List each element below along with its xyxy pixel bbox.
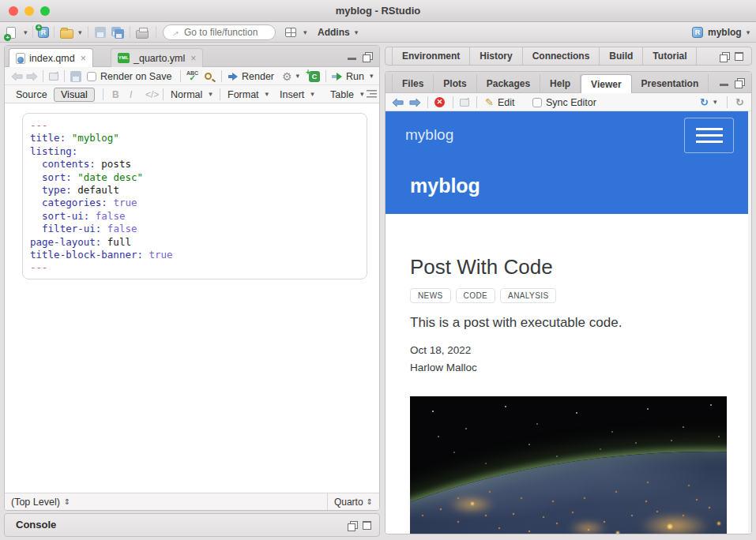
run-label: Run: [346, 71, 364, 82]
save-document-button[interactable]: [70, 69, 81, 83]
project-menu[interactable]: R myblog ▾: [692, 25, 750, 39]
goto-file-function-input[interactable]: [184, 27, 267, 38]
find-replace-button[interactable]: [205, 69, 212, 83]
format-menu[interactable]: Format▾: [228, 88, 269, 101]
back-button[interactable]: [11, 69, 23, 83]
new-file-menu-caret[interactable]: ▾: [24, 25, 28, 39]
city-lights-decoration: [410, 396, 412, 398]
open-recent-caret[interactable]: ▾: [78, 25, 82, 39]
tab-environment[interactable]: Environment: [392, 47, 470, 65]
tab-quarto-yml[interactable]: YML _quarto.yml ×: [111, 48, 203, 67]
minimize-pane-icon[interactable]: [348, 58, 356, 60]
navbar-brand[interactable]: myblog: [405, 126, 453, 144]
yaml-code-block[interactable]: ---title: "myblog"listing: contents: pos…: [22, 113, 367, 279]
insert-chunk-button[interactable]: C: [309, 69, 320, 83]
viewer-back-button[interactable]: [392, 96, 404, 109]
save-all-button[interactable]: [111, 25, 124, 39]
render-label: Render: [242, 71, 274, 82]
code-line: page-layout: full: [30, 236, 367, 249]
code-line: title: "myblog": [30, 132, 367, 144]
popout-icon: [49, 73, 58, 81]
render-button[interactable]: Render: [228, 69, 274, 83]
tab-viewer[interactable]: Viewer: [581, 74, 631, 93]
tab-build[interactable]: Build: [600, 47, 643, 65]
print-button[interactable]: [136, 25, 149, 39]
viewer-edit-button[interactable]: ✎ Edit: [485, 96, 514, 109]
open-in-new-window-button[interactable]: [49, 69, 58, 83]
tab-presentation[interactable]: Presentation: [632, 74, 709, 93]
code-button[interactable]: </>: [145, 88, 159, 101]
post-image-earth-night[interactable]: [410, 396, 727, 534]
code-line: categories: true: [30, 197, 367, 209]
category-badge[interactable]: CODE: [456, 288, 496, 303]
blog-banner: myblog myblog: [386, 111, 748, 214]
save-icon: [70, 71, 81, 82]
tab-plots[interactable]: Plots: [434, 74, 476, 93]
run-button[interactable]: Run ▾: [332, 69, 373, 83]
maximize-pane-icon[interactable]: [735, 52, 743, 61]
restore-pane-icon[interactable]: [348, 521, 356, 530]
navbar-toggle-button[interactable]: [684, 118, 734, 153]
goto-file-function-box[interactable]: →: [163, 24, 276, 40]
post-title[interactable]: Post With Code: [410, 255, 553, 279]
viewer-refresh-button[interactable]: ↻: [735, 96, 744, 109]
window-title: myblog - RStudio: [0, 0, 756, 22]
forward-button[interactable]: [26, 69, 38, 83]
render-on-save-checkbox[interactable]: [87, 69, 96, 83]
open-file-button[interactable]: [60, 25, 73, 39]
restore-pane-icon[interactable]: [735, 78, 743, 87]
console-title: Console: [16, 519, 56, 531]
doc-type-selector[interactable]: Quarto⇕: [327, 493, 379, 510]
tab-history[interactable]: History: [470, 47, 522, 65]
search-icon: [205, 73, 212, 80]
paragraph-style-dropdown[interactable]: Normal▾: [171, 88, 213, 101]
tab-index-qmd[interactable]: index.qmd ×: [9, 48, 93, 68]
minimize-pane-icon[interactable]: [720, 84, 728, 86]
category-badge[interactable]: NEWS: [410, 288, 451, 303]
viewer-popout-button[interactable]: [460, 96, 469, 109]
new-project-button[interactable]: R+: [38, 25, 49, 39]
scope-selector[interactable]: (Top Level)⇕: [11, 495, 70, 508]
pane-layout-caret[interactable]: ▾: [303, 25, 307, 39]
render-options-button[interactable]: ⚙ ▾: [282, 69, 299, 83]
spellcheck-button[interactable]: ABC✓: [186, 69, 198, 83]
editor-toolbar: Render on Save ABC✓ Render ⚙ ▾ C Run ▾: [5, 67, 379, 85]
tab-connections[interactable]: Connections: [523, 47, 600, 65]
source-mode-button[interactable]: Source: [9, 88, 54, 101]
category-badge[interactable]: ANALYSIS: [500, 288, 556, 303]
code-line: ---: [30, 261, 367, 274]
save-icon: [95, 27, 106, 38]
pane-layout-icon: [285, 28, 296, 37]
insert-menu[interactable]: Insert▾: [280, 88, 314, 101]
addins-menu[interactable]: Addins ▾: [318, 25, 358, 39]
tab-packages[interactable]: Packages: [477, 74, 540, 93]
post-author: Harlow Malloc: [410, 362, 477, 373]
viewer-stop-button[interactable]: ✕: [434, 96, 445, 109]
italic-button[interactable]: I: [130, 88, 132, 101]
outline-toggle-button[interactable]: [367, 88, 377, 101]
edit-label: Edit: [498, 97, 515, 108]
table-menu[interactable]: Table▾: [330, 88, 363, 101]
viewer-forward-button[interactable]: [409, 96, 421, 109]
viewer-sync-button[interactable]: ↻ ▾: [700, 96, 717, 109]
tab-files[interactable]: Files: [392, 74, 434, 93]
tab-help[interactable]: Help: [540, 74, 581, 93]
visual-mode-button[interactable]: Visual: [54, 88, 95, 101]
close-tab-icon[interactable]: ×: [81, 53, 86, 64]
new-file-icon: +: [6, 27, 16, 39]
tab-tutorial[interactable]: Tutorial: [643, 47, 697, 65]
gear-icon: ⚙: [282, 70, 292, 83]
sync-editor-label: Sync Editor: [546, 96, 596, 109]
restore-pane-icon[interactable]: [720, 52, 728, 61]
maximize-pane-icon[interactable]: [363, 521, 371, 530]
close-tab-icon[interactable]: ×: [190, 53, 196, 64]
pane-layout-button[interactable]: [285, 25, 296, 39]
new-file-button[interactable]: +: [6, 25, 16, 39]
bold-button[interactable]: B: [112, 88, 119, 101]
post-date: Oct 18, 2022: [410, 344, 471, 356]
code-line: filter-ui: false: [30, 223, 367, 235]
restore-pane-icon[interactable]: [363, 52, 371, 61]
save-button[interactable]: [95, 25, 106, 39]
viewer-scrollbar[interactable]: [748, 111, 751, 534]
sync-editor-checkbox[interactable]: [532, 96, 542, 109]
